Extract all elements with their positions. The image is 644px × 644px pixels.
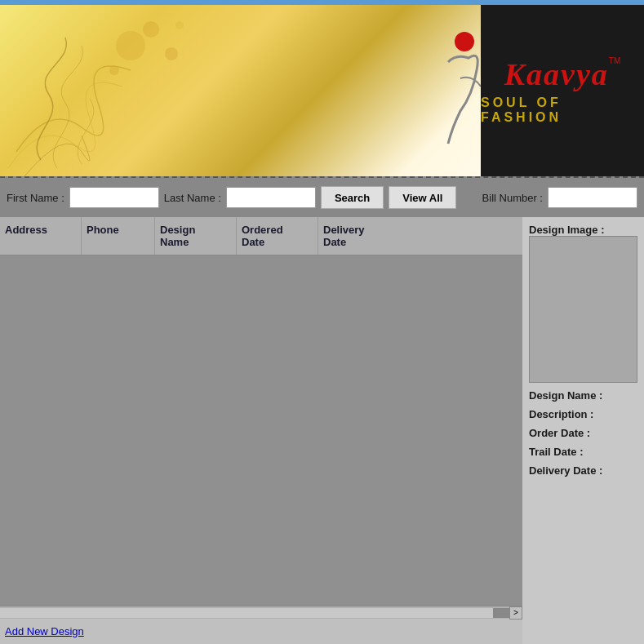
col-header-design: Design Name: [155, 217, 237, 255]
design-image-section: Design Image :: [529, 224, 637, 383]
design-name-label: Design Name :: [529, 389, 602, 402]
header: Kaavya TM SOUL OF FASHION: [0, 5, 644, 176]
trail-date-label: Trail Date :: [529, 446, 583, 458]
header-decoration: [0, 5, 245, 176]
bill-number-label: Bill Number :: [482, 192, 543, 204]
delivery-date-row: Delivery Date :: [529, 464, 637, 477]
view-all-button[interactable]: View All: [389, 186, 456, 209]
delivery-date-label: Delivery Date :: [529, 464, 602, 477]
col-header-delivery: Delivery Date: [318, 217, 400, 255]
last-name-label: Last Name :: [164, 192, 221, 204]
order-date-label: Order Date :: [529, 427, 590, 439]
logo-figure: [415, 29, 481, 152]
search-button[interactable]: Search: [321, 186, 384, 209]
first-name-label: First Name :: [7, 192, 64, 204]
first-name-input[interactable]: [69, 187, 159, 208]
scroll-right-arrow[interactable]: >: [509, 606, 522, 620]
col-header-phone: Phone: [82, 217, 155, 255]
svg-point-2: [165, 47, 178, 60]
last-name-input[interactable]: [226, 187, 316, 208]
design-image-box: [529, 236, 637, 383]
table-body: [0, 255, 522, 606]
design-name-row: Design Name :: [529, 389, 637, 402]
bill-number-input[interactable]: [548, 187, 637, 208]
brand-name: Kaavya: [504, 56, 609, 92]
logo-box: Kaavya TM SOUL OF FASHION: [481, 5, 644, 176]
left-panel: Address Phone Design Name Ordered Date D…: [0, 217, 522, 644]
right-panel: Design Image : Design Name : Description…: [522, 217, 644, 644]
add-new-design-link[interactable]: Add New Design: [0, 619, 522, 644]
trail-date-row: Trail Date :: [529, 446, 637, 458]
svg-point-5: [455, 32, 474, 51]
svg-point-0: [116, 31, 145, 60]
trademark: TM: [609, 56, 620, 65]
toolbar: First Name : Last Name : Search View All…: [0, 176, 644, 217]
scrollbar-track[interactable]: [0, 608, 509, 618]
scrollbar-thumb[interactable]: [493, 608, 509, 618]
main-area: Address Phone Design Name Ordered Date D…: [0, 217, 644, 644]
order-date-row: Order Date :: [529, 427, 637, 439]
col-header-ordered: Ordered Date: [237, 217, 318, 255]
table-header: Address Phone Design Name Ordered Date D…: [0, 217, 522, 255]
svg-point-1: [143, 21, 159, 38]
table-scrollbar[interactable]: >: [0, 606, 522, 619]
tagline: SOUL OF FASHION: [481, 95, 644, 125]
description-label: Description :: [529, 408, 593, 420]
svg-point-4: [175, 21, 184, 29]
design-image-label: Design Image :: [529, 224, 637, 236]
description-row: Description :: [529, 408, 637, 420]
col-header-address: Address: [0, 217, 82, 255]
